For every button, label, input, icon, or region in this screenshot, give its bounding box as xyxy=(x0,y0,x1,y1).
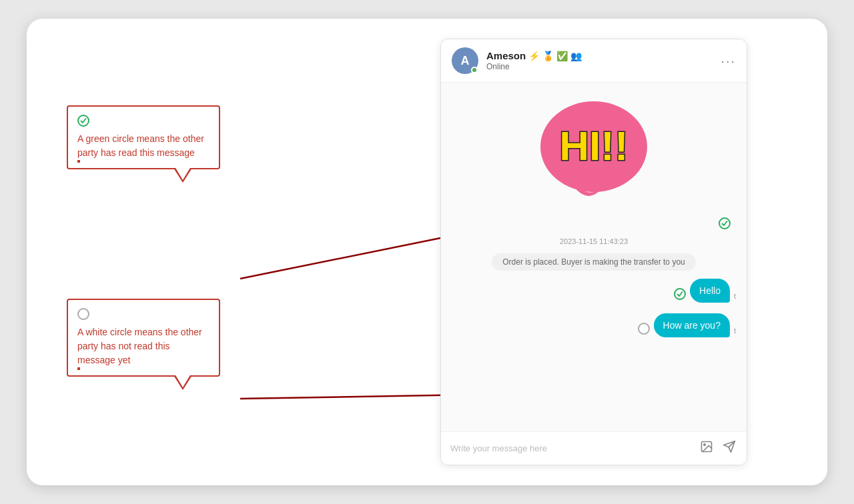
message-row-howareyou: How are you? t xyxy=(452,313,736,337)
white-callout-text: A white circle means the other party has… xyxy=(77,325,209,367)
system-message: Order is placed. Buyer is making the tra… xyxy=(492,253,695,271)
online-indicator xyxy=(471,67,478,73)
green-circle-icon xyxy=(77,115,209,127)
chat-input-area[interactable] xyxy=(441,431,747,465)
avatar-container: A xyxy=(452,47,478,74)
message-row-hello: Hello t xyxy=(452,279,736,303)
message-howareyou-time: t xyxy=(734,327,736,335)
message-howareyou: How are you? xyxy=(654,313,730,337)
chat-header: A Ameson ⚡ 🏅 ✅ 👥 Online ··· xyxy=(441,39,747,83)
svg-point-5 xyxy=(704,444,706,446)
more-options-button[interactable]: ··· xyxy=(721,53,736,69)
callout-tail-inner xyxy=(175,167,191,180)
message-input[interactable] xyxy=(450,443,692,453)
image-attach-button[interactable] xyxy=(699,439,715,458)
header-info: Ameson ⚡ 🏅 ✅ 👥 Online xyxy=(486,50,721,71)
chat-window: A Ameson ⚡ 🏅 ✅ 👥 Online ··· xyxy=(440,39,747,465)
timestamp: 2023-11-15 11:43:23 xyxy=(452,237,736,245)
hi-sticker: HI!! xyxy=(534,93,654,207)
message-hello-time: t xyxy=(734,292,736,300)
sticker-area: HI!! xyxy=(452,93,736,207)
white-circle-icon xyxy=(77,308,209,320)
main-card: A green circle means the other party has… xyxy=(27,19,827,485)
green-callout-text: A green circle means the other party has… xyxy=(77,132,209,160)
sticker-read-receipt xyxy=(452,217,736,229)
green-callout: A green circle means the other party has… xyxy=(67,105,220,169)
send-button[interactable] xyxy=(721,439,737,458)
message-hello: Hello xyxy=(690,279,730,303)
green-check-sticker xyxy=(719,217,731,229)
contact-status: Online xyxy=(486,62,721,71)
svg-line-0 xyxy=(240,235,454,279)
chat-body: HI!! 2023-11-15 11:43:23 Order is placed… xyxy=(441,83,747,431)
badges: ⚡ 🏅 ✅ 👥 xyxy=(528,51,582,61)
green-check-hello xyxy=(674,288,686,300)
svg-text:HI!!: HI!! xyxy=(559,123,628,169)
contact-name: Ameson ⚡ 🏅 ✅ 👥 xyxy=(486,50,721,61)
callout-tail2-inner xyxy=(175,374,191,387)
white-circle-howareyou xyxy=(638,323,650,335)
white-callout: A white circle means the other party has… xyxy=(67,299,220,377)
